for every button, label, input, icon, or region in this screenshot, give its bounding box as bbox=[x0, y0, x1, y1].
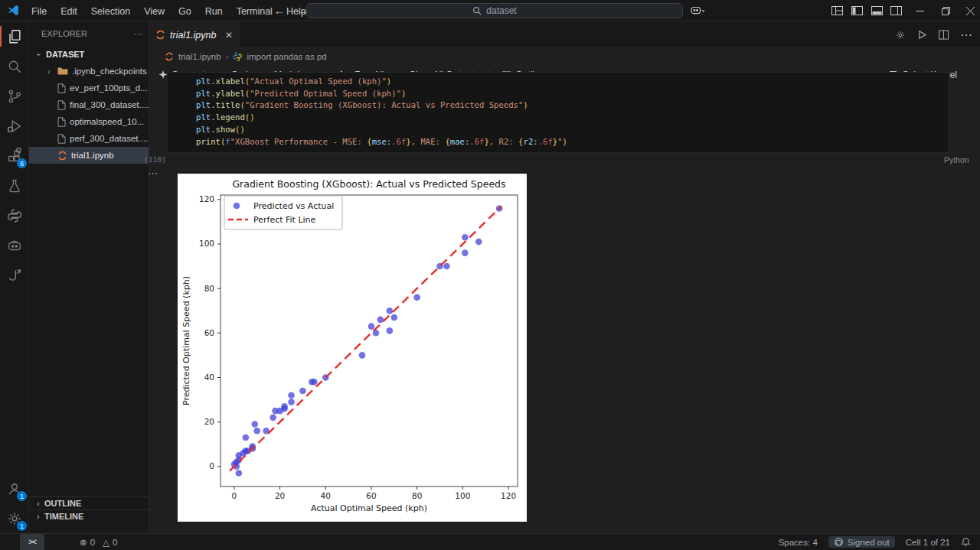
svg-text:60: 60 bbox=[366, 491, 376, 500]
python-icon bbox=[233, 52, 242, 61]
activity-bar: 611 bbox=[0, 21, 29, 533]
code-line: plt.legend() bbox=[196, 112, 949, 124]
svg-text:Gradient Boosting (XGboost): A: Gradient Boosting (XGboost): Actual vs P… bbox=[232, 178, 505, 190]
minimize-icon[interactable] bbox=[911, 0, 928, 21]
section-timeline[interactable]: › TIMELINE bbox=[29, 509, 149, 522]
command-center-search[interactable]: dataset bbox=[306, 3, 683, 18]
nav-back-icon[interactable]: ← bbox=[268, 5, 291, 17]
toggle-secondary-sidebar-icon[interactable] bbox=[887, 0, 904, 21]
svg-text:120: 120 bbox=[199, 194, 214, 203]
vscode-logo bbox=[7, 4, 20, 17]
activitybar-jupyter-icon[interactable] bbox=[0, 260, 29, 290]
error-count: 0 bbox=[90, 538, 95, 547]
tab-trial1-ipynb[interactable]: trial1.ipynb ✕ bbox=[149, 21, 240, 48]
tab-close-icon[interactable]: ✕ bbox=[225, 30, 233, 41]
cell-position[interactable]: Cell 1 of 21 bbox=[906, 538, 950, 547]
scatter-chart: 020406080100120020406080100120Gradient B… bbox=[178, 174, 527, 522]
menu-edit[interactable]: Edit bbox=[54, 6, 84, 17]
activitybar-run-debug-icon[interactable] bbox=[0, 111, 29, 141]
svg-text:Predicted Optimal Speed (kph): Predicted Optimal Speed (kph) bbox=[181, 276, 191, 405]
breadcrumb-separator: › bbox=[226, 52, 229, 61]
file-icon bbox=[57, 134, 66, 144]
file-label: final_300_dataset.... bbox=[70, 100, 149, 109]
file-optimalspeed-10-[interactable]: optimalspeed_10... bbox=[29, 113, 149, 130]
sidebar-more-icon[interactable]: ⋯ bbox=[134, 29, 142, 39]
search-icon bbox=[472, 6, 482, 15]
toggle-panel-icon[interactable] bbox=[868, 0, 885, 21]
file-perf-300-dataset-[interactable]: perf_300_dataset.... bbox=[29, 130, 149, 147]
svg-text:0: 0 bbox=[232, 491, 237, 500]
svg-text:40: 40 bbox=[321, 491, 331, 500]
close-window-icon[interactable] bbox=[962, 0, 978, 21]
file-trial1-ipynb[interactable]: trial1.ipynb bbox=[29, 147, 149, 164]
folder-icon bbox=[57, 67, 68, 76]
file-icon bbox=[57, 117, 66, 127]
copilot-icon[interactable] bbox=[689, 0, 706, 21]
warning-icon: △ bbox=[103, 537, 109, 548]
file-final-300-dataset-[interactable]: final_300_dataset.... bbox=[29, 96, 149, 113]
tab-label: trial1.ipynb bbox=[170, 30, 216, 41]
activitybar-testing-icon[interactable] bbox=[0, 171, 29, 200]
breadcrumb-symbol[interactable]: import pandas as pd bbox=[247, 52, 326, 61]
svg-text:0: 0 bbox=[209, 461, 214, 470]
github-icon bbox=[834, 537, 844, 547]
spaces-indicator[interactable]: Spaces: 4 bbox=[779, 538, 818, 547]
more-actions-icon[interactable]: ⋯ bbox=[960, 28, 972, 42]
menu-run[interactable]: Run bbox=[198, 6, 230, 17]
activitybar-explorer-icon[interactable] bbox=[0, 21, 29, 51]
chevron-right-icon: › bbox=[34, 513, 43, 521]
file-ev-perf-100pts-d-[interactable]: ev_perf_100pts_d... bbox=[29, 80, 149, 96]
warning-count: 0 bbox=[113, 538, 117, 547]
svg-text:80: 80 bbox=[204, 284, 214, 293]
error-icon: ⊗ bbox=[80, 537, 87, 548]
problems-indicator[interactable]: ⊗ 0 △ 0 bbox=[80, 537, 117, 548]
file-label: optimalspeed_10... bbox=[70, 117, 144, 126]
activitybar-source-control-icon[interactable] bbox=[0, 81, 29, 111]
split-editor-icon[interactable] bbox=[939, 30, 949, 40]
extensions-badge: 6 bbox=[17, 158, 27, 168]
chevron-right-icon: › bbox=[34, 500, 43, 508]
svg-text:20: 20 bbox=[204, 417, 214, 426]
activitybar-copilot-icon[interactable] bbox=[0, 230, 29, 260]
customize-layout-icon[interactable] bbox=[828, 0, 845, 21]
search-value: dataset bbox=[486, 5, 516, 16]
file-label: trial1.ipynb bbox=[71, 151, 114, 160]
notebook-cell-editor[interactable]: plt.xlabel("Actual Optimal Speed (kph)")… bbox=[167, 72, 949, 153]
menu-file[interactable]: File bbox=[24, 6, 54, 17]
activitybar-settings-icon[interactable]: 1 bbox=[0, 503, 29, 533]
remote-indicator[interactable]: >< bbox=[20, 534, 44, 550]
workspace-root[interactable]: › DATASET bbox=[29, 46, 149, 63]
menu-go[interactable]: Go bbox=[172, 6, 198, 17]
code-lines: plt.xlabel("Actual Optimal Speed (kph)")… bbox=[168, 73, 949, 148]
file-label: perf_300_dataset.... bbox=[70, 134, 148, 143]
notebook-settings-icon[interactable] bbox=[895, 30, 906, 41]
breadcrumb-file[interactable]: trial1.ipynb bbox=[178, 52, 221, 61]
notebook-icon bbox=[165, 52, 174, 61]
svg-text:40: 40 bbox=[204, 373, 214, 382]
run-icon[interactable] bbox=[917, 30, 927, 40]
activitybar-python-icon[interactable] bbox=[0, 200, 29, 230]
output-more-icon[interactable]: ⋯ bbox=[148, 168, 158, 179]
menu-view[interactable]: View bbox=[137, 6, 172, 17]
file--ipynb-checkpoints[interactable]: ›.ipynb_checkpoints bbox=[29, 63, 149, 80]
cell-language-indicator[interactable]: Python bbox=[944, 155, 969, 164]
breadcrumb[interactable]: trial1.ipynb › import pandas as pd bbox=[149, 48, 980, 65]
activitybar-extensions-icon[interactable]: 6 bbox=[0, 141, 29, 171]
file-icon bbox=[57, 83, 66, 93]
svg-text:100: 100 bbox=[199, 239, 214, 248]
activitybar-search-icon[interactable] bbox=[0, 51, 29, 81]
vscode-window: FileEditSelectionViewGoRunTerminalHelp ←… bbox=[0, 0, 980, 550]
bell-icon[interactable] bbox=[961, 537, 971, 547]
accounts-badge: 1 bbox=[17, 491, 27, 501]
code-line: plt.xlabel("Actual Optimal Speed (kph)") bbox=[196, 76, 949, 88]
restore-icon[interactable] bbox=[937, 0, 954, 21]
signed-out-status[interactable]: Signed out bbox=[828, 536, 895, 548]
toggle-sidebar-icon[interactable] bbox=[848, 0, 865, 21]
svg-text:100: 100 bbox=[455, 491, 470, 500]
notebook-icon bbox=[57, 151, 67, 161]
title-bar: FileEditSelectionViewGoRunTerminalHelp ←… bbox=[0, 0, 980, 21]
menu-selection[interactable]: Selection bbox=[84, 6, 137, 17]
activitybar-accounts-icon[interactable]: 1 bbox=[0, 474, 29, 503]
svg-text:80: 80 bbox=[412, 491, 422, 500]
section-outline[interactable]: › OUTLINE bbox=[29, 496, 149, 509]
